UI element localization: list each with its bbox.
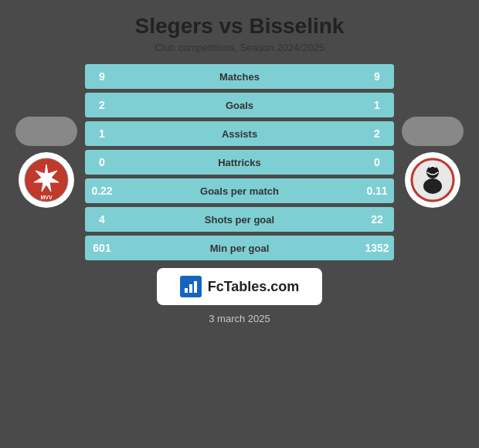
fctables-bar-icon	[183, 279, 199, 294]
stat-row-2: 1Assists2	[85, 121, 394, 146]
stat-right-value-0: 9	[360, 70, 394, 83]
stat-row-4: 0.22Goals per match0.11	[85, 178, 394, 203]
svg-rect-10	[194, 281, 197, 293]
left-logo-pill	[15, 117, 77, 146]
stat-left-value-2: 1	[85, 127, 119, 140]
main-area: MVV 9Matches92Goals11Assists20Hattricks0…	[8, 64, 471, 260]
page-wrapper: Slegers vs Bisselink Club competitions, …	[0, 0, 479, 448]
right-logo-pill	[402, 117, 464, 146]
stat-left-value-0: 9	[85, 70, 119, 83]
stat-right-value-5: 22	[360, 213, 394, 226]
right-logo-area	[394, 117, 471, 208]
stat-label-4: Goals per match	[200, 185, 279, 197]
stat-row-1: 2Goals1	[85, 93, 394, 117]
stat-label-0: Matches	[219, 71, 260, 83]
mvv-svg: MVV	[23, 157, 70, 203]
page-subtitle: Club competitions, Season 2024/2025	[155, 42, 324, 53]
svg-point-5	[423, 178, 442, 194]
stat-label-6: Min per goal	[210, 243, 270, 254]
left-logo-area: MVV	[8, 117, 85, 208]
mvv-logo: MVV	[19, 152, 74, 208]
bisselink-logo	[405, 152, 460, 208]
stat-left-value-1: 2	[85, 99, 119, 111]
fctables-icon	[180, 276, 202, 297]
stat-left-value-3: 0	[85, 156, 119, 168]
stat-label-2: Assists	[222, 128, 257, 140]
stats-area: 9Matches92Goals11Assists20Hattricks00.22…	[85, 64, 394, 260]
stat-right-value-4: 0.11	[360, 185, 394, 197]
stat-right-value-1: 1	[360, 99, 394, 111]
stat-row-6: 601Min per goal1352	[85, 236, 394, 260]
stat-right-value-6: 1352	[360, 242, 394, 254]
stat-left-value-6: 601	[85, 242, 119, 254]
date-label: 3 march 2025	[209, 313, 270, 324]
svg-text:MVV: MVV	[40, 195, 53, 200]
fctables-banner: FcTables.com	[157, 268, 323, 305]
right-club-svg	[409, 157, 456, 203]
page-title: Slegers vs Bisselink	[135, 14, 345, 39]
stat-label-3: Hattricks	[218, 157, 261, 168]
stat-right-value-2: 2	[360, 127, 394, 140]
svg-rect-9	[189, 284, 192, 293]
stat-label-5: Shots per goal	[205, 214, 274, 226]
stat-left-value-4: 0.22	[85, 185, 119, 197]
svg-rect-8	[185, 288, 188, 293]
stat-row-0: 9Matches9	[85, 64, 394, 89]
svg-point-7	[427, 166, 438, 177]
stat-left-value-5: 4	[85, 213, 119, 226]
stat-row-3: 0Hattricks0	[85, 150, 394, 175]
fctables-label: FcTables.com	[208, 279, 300, 295]
stat-row-5: 4Shots per goal22	[85, 207, 394, 232]
stat-right-value-3: 0	[360, 156, 394, 168]
stat-label-1: Goals	[226, 100, 253, 111]
